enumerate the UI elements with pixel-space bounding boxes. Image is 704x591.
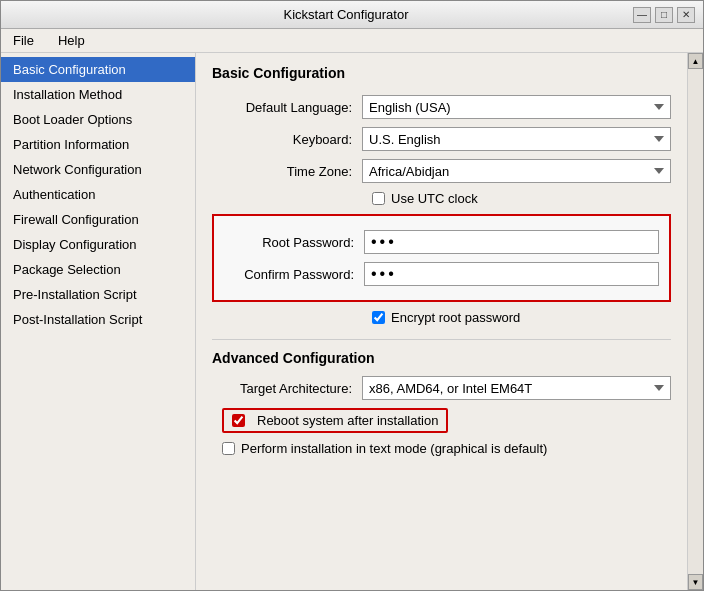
- utc-clock-row: Use UTC clock: [212, 191, 671, 206]
- sidebar-item-network-configuration[interactable]: Network Configuration: [1, 157, 195, 182]
- text-mode-label: Perform installation in text mode (graph…: [241, 441, 547, 456]
- sidebar-item-installation-method[interactable]: Installation Method: [1, 82, 195, 107]
- encrypt-row: Encrypt root password: [212, 310, 671, 325]
- default-language-label: Default Language:: [212, 100, 362, 115]
- utc-clock-label: Use UTC clock: [391, 191, 478, 206]
- keyboard-group: Keyboard: U.S. EnglishUK EnglishFrenchGe…: [212, 127, 671, 151]
- window-title: Kickstart Configurator: [59, 7, 633, 22]
- main-window: Kickstart Configurator — □ ✕ File Help B…: [0, 0, 704, 591]
- encrypt-label: Encrypt root password: [391, 310, 520, 325]
- scrollbar[interactable]: ▲ ▼: [687, 53, 703, 590]
- root-password-label: Root Password:: [224, 235, 364, 250]
- text-mode-checkbox[interactable]: [222, 442, 235, 455]
- encrypt-checkbox[interactable]: [372, 311, 385, 324]
- timezone-label: Time Zone:: [212, 164, 362, 179]
- root-password-row: Root Password:: [214, 228, 669, 256]
- scroll-track[interactable]: [688, 69, 703, 574]
- confirm-password-row: Confirm Password:: [214, 260, 669, 288]
- root-password-input[interactable]: [364, 230, 659, 254]
- architecture-label: Target Architecture:: [212, 381, 362, 396]
- reboot-row: Reboot system after installation: [212, 408, 671, 433]
- close-button[interactable]: ✕: [677, 7, 695, 23]
- sidebar-item-pre-installation-script[interactable]: Pre-Installation Script: [1, 282, 195, 307]
- menu-help[interactable]: Help: [52, 31, 91, 50]
- scroll-up-button[interactable]: ▲: [688, 53, 703, 69]
- minimize-button[interactable]: —: [633, 7, 651, 23]
- reboot-checkbox-wrapper: Reboot system after installation: [222, 408, 448, 433]
- utc-clock-checkbox[interactable]: [372, 192, 385, 205]
- basic-config-title: Basic Configuration: [212, 65, 671, 85]
- content-area: Basic Configuration Installation Method …: [1, 53, 703, 590]
- sidebar-item-package-selection[interactable]: Package Selection: [1, 257, 195, 282]
- maximize-button[interactable]: □: [655, 7, 673, 23]
- timezone-group: Time Zone: Africa/AbidjanAfrica/LagosAme…: [212, 159, 671, 183]
- sidebar: Basic Configuration Installation Method …: [1, 53, 196, 590]
- confirm-password-label: Confirm Password:: [224, 267, 364, 282]
- default-language-group: Default Language: English (USA)English (…: [212, 95, 671, 119]
- sidebar-item-firewall-configuration[interactable]: Firewall Configuration: [1, 207, 195, 232]
- architecture-select[interactable]: x86, AMD64, or Intel EM64Tx86 onlyAMD64 …: [362, 376, 671, 400]
- password-section: Root Password: Confirm Password:: [212, 214, 671, 302]
- sidebar-item-post-installation-script[interactable]: Post-Installation Script: [1, 307, 195, 332]
- architecture-group: Target Architecture: x86, AMD64, or Inte…: [212, 376, 671, 400]
- keyboard-label: Keyboard:: [212, 132, 362, 147]
- sidebar-item-authentication[interactable]: Authentication: [1, 182, 195, 207]
- sidebar-item-boot-loader-options[interactable]: Boot Loader Options: [1, 107, 195, 132]
- default-language-select[interactable]: English (USA)English (UK)FrenchGermanSpa…: [362, 95, 671, 119]
- title-bar: Kickstart Configurator — □ ✕: [1, 1, 703, 29]
- timezone-select[interactable]: Africa/AbidjanAfrica/LagosAmerica/New_Yo…: [362, 159, 671, 183]
- menu-bar: File Help: [1, 29, 703, 53]
- window-controls: — □ ✕: [633, 7, 695, 23]
- scroll-down-button[interactable]: ▼: [688, 574, 703, 590]
- keyboard-select[interactable]: U.S. EnglishUK EnglishFrenchGerman: [362, 127, 671, 151]
- sidebar-item-partition-information[interactable]: Partition Information: [1, 132, 195, 157]
- main-panel: Basic Configuration Default Language: En…: [196, 53, 687, 590]
- advanced-config-title: Advanced Configuration: [212, 339, 671, 366]
- sidebar-item-basic-configuration[interactable]: Basic Configuration: [1, 57, 195, 82]
- menu-file[interactable]: File: [7, 31, 40, 50]
- text-mode-row: Perform installation in text mode (graph…: [212, 441, 671, 456]
- confirm-password-input[interactable]: [364, 262, 659, 286]
- reboot-checkbox[interactable]: [232, 414, 245, 427]
- reboot-label: Reboot system after installation: [257, 413, 438, 428]
- sidebar-item-display-configuration[interactable]: Display Configuration: [1, 232, 195, 257]
